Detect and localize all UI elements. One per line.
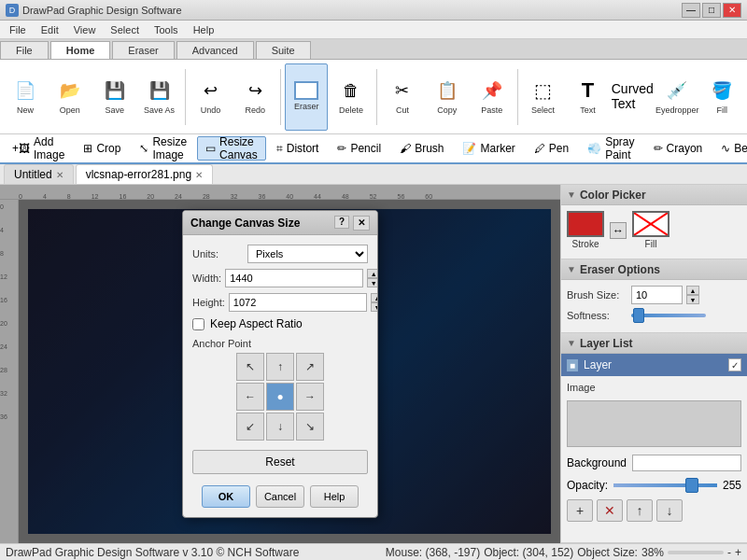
fill-swatch[interactable]: Fill bbox=[632, 211, 669, 249]
fill-color-rect[interactable] bbox=[632, 211, 669, 237]
menu-tools[interactable]: Tools bbox=[147, 22, 186, 37]
close-button[interactable]: ✕ bbox=[723, 3, 741, 18]
cut-button[interactable]: ✂ Cut bbox=[381, 63, 424, 131]
anchor-bottomleft[interactable]: ↙ bbox=[236, 413, 264, 441]
minimize-button[interactable]: — bbox=[682, 3, 700, 18]
menu-view[interactable]: View bbox=[66, 22, 104, 37]
tab-advanced[interactable]: Advanced bbox=[176, 41, 254, 59]
crop-button[interactable]: ⊞ Crop bbox=[75, 136, 129, 161]
dialog-help-icon[interactable]: ? bbox=[334, 216, 349, 229]
reset-button[interactable]: Reset bbox=[192, 450, 368, 474]
height-spin-up[interactable]: ▲ bbox=[371, 293, 378, 302]
eraser-options-collapse-icon[interactable]: ▼ bbox=[567, 264, 576, 274]
eyedropper-button[interactable]: 💉 Eyedropper bbox=[655, 63, 698, 131]
crayon-button[interactable]: ✏ Crayon bbox=[645, 136, 712, 161]
delete-layer-button[interactable]: ✕ bbox=[597, 499, 623, 522]
menu-file[interactable]: File bbox=[2, 22, 34, 37]
anchor-center[interactable]: ● bbox=[266, 383, 294, 411]
undo-button[interactable]: ↩ Undo bbox=[190, 63, 233, 131]
bg-swatch[interactable] bbox=[632, 455, 741, 471]
open-button[interactable]: 📂 Open bbox=[49, 63, 92, 131]
addimage-button[interactable]: +🖼 Add Image bbox=[4, 136, 73, 161]
opacity-slider[interactable] bbox=[613, 483, 717, 487]
zoom-minus-icon[interactable]: - bbox=[727, 546, 731, 559]
units-select[interactable]: Pixels bbox=[247, 245, 368, 263]
layer-item[interactable]: ■ Layer ✓ bbox=[561, 354, 747, 376]
move-layer-up-button[interactable]: ↑ bbox=[627, 499, 653, 522]
pencil-button[interactable]: ✏ Pencil bbox=[329, 136, 389, 161]
sep2 bbox=[280, 69, 281, 125]
bezier-button[interactable]: ∿ Bezier bbox=[712, 136, 747, 161]
anchor-middleright[interactable]: → bbox=[296, 383, 324, 411]
brush-button[interactable]: 🖌 Brush bbox=[391, 136, 452, 161]
fill-button[interactable]: 🪣 Fill bbox=[700, 63, 743, 131]
redo-button[interactable]: ↪ Redo bbox=[233, 63, 276, 131]
tab-file[interactable]: File bbox=[0, 41, 49, 59]
menu-edit[interactable]: Edit bbox=[34, 22, 66, 37]
brush-size-up[interactable]: ▲ bbox=[686, 286, 699, 295]
ok-button[interactable]: OK bbox=[202, 485, 250, 508]
doc-tab-untitled[interactable]: Untitled ✕ bbox=[4, 164, 74, 184]
anchor-topright[interactable]: ↗ bbox=[296, 353, 324, 381]
color-picker-header: ▼ Color Picker bbox=[561, 185, 747, 205]
softness-thumb[interactable] bbox=[633, 308, 644, 323]
copy-button[interactable]: 📋 Copy bbox=[426, 63, 469, 131]
layer-visibility-checkbox[interactable]: ✓ bbox=[728, 358, 741, 371]
tab-eraser[interactable]: Eraser bbox=[112, 41, 174, 59]
resizecanvas-button[interactable]: ▭ Resize Canvas bbox=[197, 136, 266, 161]
tab-home[interactable]: Home bbox=[50, 41, 111, 59]
new-button[interactable]: 📄 New bbox=[4, 63, 47, 131]
height-spin-down[interactable]: ▼ bbox=[371, 302, 378, 312]
opacity-thumb[interactable] bbox=[685, 478, 698, 493]
softness-slider[interactable] bbox=[631, 314, 706, 317]
paste-label: Paste bbox=[481, 105, 502, 116]
color-picker-collapse-icon[interactable]: ▼ bbox=[567, 189, 576, 200]
menu-select[interactable]: Select bbox=[103, 22, 147, 37]
distort-button[interactable]: ⌗ Distort bbox=[268, 136, 328, 161]
stroke-swatch[interactable]: Stroke bbox=[567, 211, 604, 249]
zoom-plus-icon[interactable]: + bbox=[735, 546, 741, 559]
doc-tab-vlcsnap-close[interactable]: ✕ bbox=[195, 170, 203, 180]
maximize-button[interactable]: □ bbox=[702, 3, 721, 18]
layer-list-collapse-icon[interactable]: ▼ bbox=[567, 338, 576, 348]
doc-tab-vlcsnap[interactable]: vlcsnap-error281.png ✕ bbox=[76, 164, 213, 184]
anchor-bottomright[interactable]: ↘ bbox=[296, 413, 324, 441]
width-spin-up[interactable]: ▲ bbox=[367, 269, 378, 278]
curvedtext-button[interactable]: CurvedText bbox=[611, 63, 654, 131]
width-input[interactable] bbox=[225, 269, 363, 287]
doc-tab-untitled-close[interactable]: ✕ bbox=[56, 170, 63, 180]
zoom-slider[interactable] bbox=[668, 551, 724, 554]
swap-colors-button[interactable]: ↔ bbox=[610, 222, 627, 239]
marker-button[interactable]: 📝 Marker bbox=[454, 136, 523, 161]
keep-aspect-checkbox[interactable] bbox=[192, 318, 204, 330]
pencil-icon: ✏ bbox=[337, 142, 346, 155]
cancel-button[interactable]: Cancel bbox=[256, 485, 304, 508]
height-row: Height: ▲ ▼ bbox=[192, 293, 368, 312]
dialog-close-button[interactable]: ✕ bbox=[353, 216, 370, 231]
help-button[interactable]: Help bbox=[310, 485, 359, 508]
width-spin-down[interactable]: ▼ bbox=[367, 278, 378, 287]
canvas-area[interactable]: 0 4 8 12 16 20 24 28 32 36 40 44 48 52 5… bbox=[0, 185, 560, 543]
eraser-button[interactable]: Eraser bbox=[285, 63, 328, 131]
delete-button[interactable]: 🗑 Delete bbox=[330, 63, 373, 131]
saveas-button[interactable]: 💾 Save As bbox=[138, 63, 181, 131]
brush-size-down[interactable]: ▼ bbox=[686, 295, 699, 304]
anchor-topcenter[interactable]: ↑ bbox=[266, 353, 294, 381]
tab-suite[interactable]: Suite bbox=[256, 41, 311, 59]
pen-button[interactable]: 🖊 Pen bbox=[526, 136, 577, 161]
anchor-bottomcenter[interactable]: ↓ bbox=[266, 413, 294, 441]
add-layer-button[interactable]: + bbox=[567, 499, 593, 522]
save-button[interactable]: 💾 Save bbox=[93, 63, 136, 131]
move-layer-down-button[interactable]: ↓ bbox=[656, 499, 683, 522]
select-button[interactable]: ⬚ Select bbox=[522, 63, 565, 131]
paste-button[interactable]: 📌 Paste bbox=[471, 63, 514, 131]
resizeimage-button[interactable]: ⤡ Resize Image bbox=[131, 136, 195, 161]
menu-help[interactable]: Help bbox=[186, 22, 222, 37]
height-input[interactable] bbox=[229, 293, 367, 312]
anchor-middleleft[interactable]: ← bbox=[236, 383, 264, 411]
stroke-color-rect[interactable] bbox=[567, 211, 604, 237]
anchor-topleft[interactable]: ↖ bbox=[236, 353, 264, 381]
spraypaint-button[interactable]: 💨 Spray Paint bbox=[579, 136, 642, 161]
brush-size-input[interactable] bbox=[631, 286, 683, 304]
text-button[interactable]: T Text bbox=[567, 63, 610, 131]
